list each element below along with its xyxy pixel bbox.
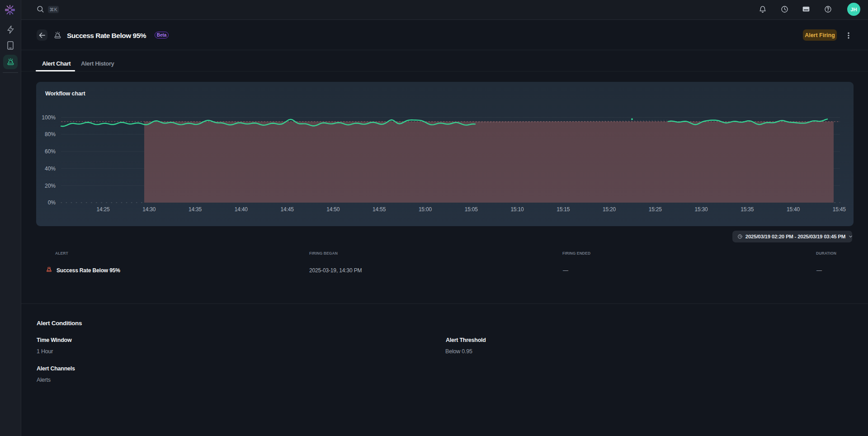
svg-text:14:50: 14:50 [326, 206, 340, 213]
svg-text:15:05: 15:05 [465, 206, 478, 213]
svg-text:15:25: 15:25 [649, 206, 662, 213]
svg-text:14:35: 14:35 [189, 206, 202, 213]
svg-text:0%: 0% [48, 199, 56, 206]
svg-text:15:35: 15:35 [741, 206, 754, 213]
svg-text:15:30: 15:30 [694, 206, 708, 213]
svg-text:14:25: 14:25 [96, 206, 110, 213]
svg-text:80%: 80% [45, 131, 56, 137]
svg-text:60%: 60% [45, 148, 56, 155]
svg-text:15:40: 15:40 [787, 206, 800, 213]
svg-text:15:00: 15:00 [419, 206, 432, 213]
svg-text:14:30: 14:30 [142, 206, 156, 213]
svg-text:15:20: 15:20 [603, 206, 616, 213]
svg-text:14:55: 14:55 [373, 206, 386, 213]
svg-text:15:10: 15:10 [510, 206, 524, 213]
svg-text:15:45: 15:45 [833, 206, 846, 213]
svg-text:14:40: 14:40 [235, 206, 248, 213]
svg-text:20%: 20% [45, 183, 56, 189]
svg-text:15:15: 15:15 [557, 206, 570, 213]
svg-text:14:45: 14:45 [281, 206, 294, 213]
svg-text:40%: 40% [45, 166, 56, 172]
svg-text:100%: 100% [42, 114, 56, 121]
